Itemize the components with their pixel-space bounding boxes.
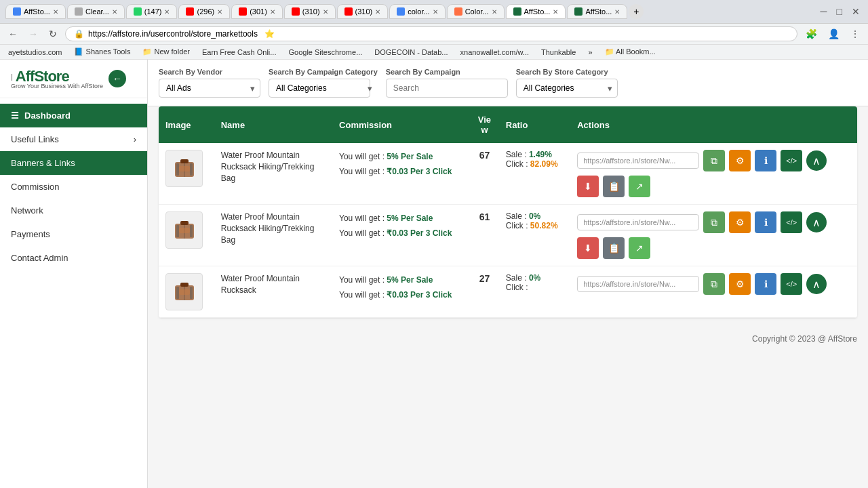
maximize-button[interactable]: □ bbox=[834, 5, 845, 18]
bookmark-4[interactable]: Earn Free Cash Onli... bbox=[199, 46, 279, 58]
sidebar-item-commission[interactable]: Commission bbox=[0, 175, 147, 199]
code-button-1[interactable]: </> bbox=[781, 150, 802, 171]
banners-links-label: Banners & Links bbox=[11, 158, 75, 168]
browser-nav: ← → ↻ 🔒 https://affstore.in/usercontrol/… bbox=[0, 24, 868, 45]
code-button-3[interactable]: </> bbox=[781, 273, 802, 295]
tab-5[interactable]: (301) ✕ bbox=[231, 4, 283, 19]
refresh-button[interactable]: ↻ bbox=[46, 27, 60, 41]
tab-10-active[interactable]: AffSto... ✕ bbox=[506, 4, 566, 19]
up-button-2[interactable]: ∧ bbox=[806, 212, 827, 232]
url-text: https://affstore.in/usercontrol/store_ma… bbox=[88, 29, 258, 39]
sidebar-item-payments[interactable]: Payments bbox=[0, 222, 147, 246]
ratio-click-value-1: 82.09% bbox=[530, 159, 558, 169]
bookmark-7[interactable]: xnanowallet.com/w... bbox=[458, 46, 532, 58]
extensions-button[interactable]: 🧩 bbox=[803, 27, 820, 41]
bookmark-8[interactable]: Thunkable bbox=[538, 46, 578, 58]
bookmark-5[interactable]: Google Siteschrome... bbox=[285, 46, 365, 58]
tab-2[interactable]: Clear... ✕ bbox=[67, 4, 125, 19]
browser-chrome: AffSto... ✕ Clear... ✕ (147) ✕ (296) ✕ (… bbox=[0, 0, 868, 24]
actions-row1-2: ⧉ ⚙ ℹ </> ∧ bbox=[577, 211, 850, 233]
forward-button[interactable]: → bbox=[26, 27, 41, 41]
campaign-search-input[interactable] bbox=[386, 79, 508, 98]
comm-value-3b: ₹0.03 Per 3 Click bbox=[387, 290, 452, 300]
sidebar-item-network[interactable]: Network bbox=[0, 199, 147, 222]
minimize-button[interactable]: ─ bbox=[818, 5, 830, 18]
logo-back-button[interactable]: ← bbox=[108, 70, 126, 87]
actions-cell-2: ⧉ ⚙ ℹ </> ∧ ⬇ 📋 ↗ bbox=[570, 205, 857, 266]
bookmark-6[interactable]: DOGECOIN - Datab... bbox=[372, 46, 450, 58]
close-button[interactable]: ✕ bbox=[849, 5, 863, 18]
bookmark-2[interactable]: 📘 Shanes Tools bbox=[71, 46, 133, 58]
info-button-2[interactable]: ℹ bbox=[755, 211, 776, 233]
tab-1[interactable]: AffSto... ✕ bbox=[5, 4, 66, 19]
up-button-1[interactable]: ∧ bbox=[806, 150, 827, 171]
tab-4[interactable]: (296) ✕ bbox=[178, 4, 230, 19]
tab-3[interactable]: (147) ✕ bbox=[126, 4, 178, 19]
new-tab-button[interactable]: + bbox=[629, 4, 644, 19]
download-button-1[interactable]: ⬇ bbox=[577, 176, 599, 197]
svg-rect-14 bbox=[176, 287, 179, 299]
sidebar-item-useful-links[interactable]: Useful Links › bbox=[0, 127, 147, 151]
share-button-1[interactable]: ↗ bbox=[629, 176, 650, 197]
ratio-sale-label-3: Sale : bbox=[506, 273, 529, 283]
product-name-cell-2: Water Proof Mountain Rucksack Hiking/Tre… bbox=[214, 205, 332, 266]
views-count-3: 27 bbox=[479, 273, 490, 284]
copy-button-1[interactable]: ⧉ bbox=[703, 150, 725, 171]
vendor-select[interactable]: All Ads bbox=[159, 79, 260, 98]
menu-button[interactable]: ⋮ bbox=[848, 27, 863, 41]
commission-cell-3: You will get : 5% Per Sale You will get … bbox=[332, 266, 470, 318]
copy2-button-2[interactable]: 📋 bbox=[603, 237, 625, 259]
views-cell-3: 27 bbox=[470, 266, 499, 318]
code-button-2[interactable]: </> bbox=[781, 211, 802, 233]
network-label: Network bbox=[11, 205, 43, 216]
actions-row1-1: ⧉ ⚙ ℹ </> ∧ bbox=[577, 150, 850, 171]
copy2-button-1[interactable]: 📋 bbox=[603, 176, 625, 197]
ratio-cell-3: Sale : 0% Click : bbox=[499, 266, 570, 318]
ratio-cell-2: Sale : 0% Click : 50.82% bbox=[499, 205, 570, 266]
copy-button-2[interactable]: ⧉ bbox=[703, 211, 725, 233]
gear-button-2[interactable]: ⚙ bbox=[729, 211, 751, 233]
copy-button-3[interactable]: ⧉ bbox=[703, 273, 725, 295]
sidebar-item-contact-admin[interactable]: Contact Admin bbox=[0, 246, 147, 270]
product-name-cell-1: Water Proof Mountain Rucksack Hiking/Tre… bbox=[214, 143, 332, 205]
product-name-2: Water Proof Mountain Rucksack Hiking/Tre… bbox=[221, 211, 316, 245]
dashboard-label: Dashboard bbox=[24, 110, 71, 121]
info-button-1[interactable]: ℹ bbox=[755, 150, 776, 171]
url-input-3[interactable] bbox=[577, 276, 699, 292]
store-category-select[interactable]: All Categories bbox=[516, 79, 618, 98]
payments-label: Payments bbox=[11, 229, 50, 239]
sidebar-item-banners[interactable]: Banners & Links bbox=[0, 151, 147, 175]
comm-value-3a: 5% Per Sale bbox=[387, 275, 433, 285]
bookmark-3[interactable]: 📁 New folder bbox=[140, 46, 193, 58]
share-button-2[interactable]: ↗ bbox=[629, 237, 650, 259]
url-bar[interactable]: 🔒 https://affstore.in/usercontrol/store_… bbox=[65, 26, 797, 41]
useful-links-label: Useful Links bbox=[11, 134, 59, 144]
info-button-3[interactable]: ℹ bbox=[755, 273, 776, 295]
tab-11[interactable]: AffSto... ✕ bbox=[567, 4, 627, 19]
back-button[interactable]: ← bbox=[5, 27, 20, 41]
url-input-1[interactable] bbox=[577, 152, 699, 169]
actions-row1-3: ⧉ ⚙ ℹ </> ∧ bbox=[577, 273, 850, 295]
tab-9[interactable]: Color... ✕ bbox=[447, 4, 505, 19]
comm-label-2b: You will get : bbox=[339, 228, 387, 238]
app-layout: | AffStore Grow Your Business With AffSt… bbox=[0, 60, 868, 488]
all-bookmarks[interactable]: 📁 All Bookm... bbox=[602, 46, 658, 58]
gear-button-1[interactable]: ⚙ bbox=[729, 150, 751, 171]
url-input-2[interactable] bbox=[577, 214, 699, 230]
ratio-sale-value-3: 0% bbox=[529, 273, 540, 283]
copyright: Copyright © 2023 @ AffStore bbox=[148, 329, 868, 349]
gear-button-3[interactable]: ⚙ bbox=[729, 273, 751, 295]
bookmark-1[interactable]: ayetstudios.com bbox=[5, 46, 64, 58]
tab-7[interactable]: (310) ✕ bbox=[337, 4, 389, 19]
sidebar-item-dashboard[interactable]: ☰ Dashboard bbox=[0, 104, 147, 127]
product-name-cell-3: Water Proof Mountain Rucksack bbox=[214, 266, 332, 318]
category-select[interactable]: All Categories bbox=[269, 79, 370, 98]
browser-tabs: AffSto... ✕ Clear... ✕ (147) ✕ (296) ✕ (… bbox=[5, 4, 808, 19]
profile-button[interactable]: 👤 bbox=[825, 27, 842, 41]
download-button-2[interactable]: ⬇ bbox=[577, 237, 599, 259]
up-button-3[interactable]: ∧ bbox=[806, 274, 827, 294]
tab-6[interactable]: (310) ✕ bbox=[284, 4, 336, 19]
tab-8[interactable]: color... ✕ bbox=[389, 4, 445, 19]
category-label: Search By Campaign Category bbox=[269, 68, 378, 76]
bookmarks-more[interactable]: » bbox=[585, 46, 595, 58]
